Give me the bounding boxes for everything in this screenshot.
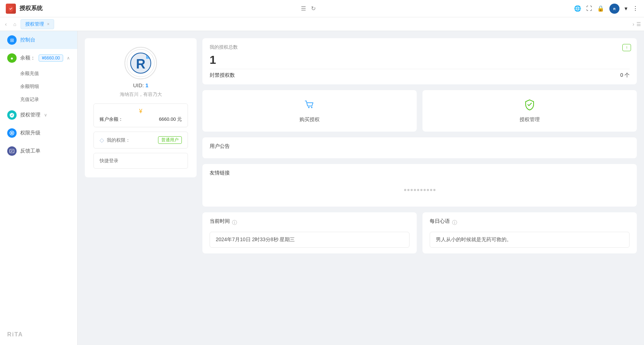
upload-button[interactable]: ↑ — [622, 44, 631, 51]
app-name: 授权系统 — [19, 5, 43, 12]
current-time-card: 当前时间 ⓘ 2024年7月10日 2时33分8秒 星期三 — [202, 212, 417, 253]
tab-forward-button[interactable]: › — [632, 21, 634, 27]
announcement-title: 用户公告 — [210, 143, 630, 150]
buy-auth-label: 购买授权 — [299, 116, 320, 123]
tab-menu-button[interactable]: ☰ — [636, 21, 641, 27]
uid-display: UID: 1 — [133, 82, 149, 88]
time-value: 2024年7月10日 2时33分8秒 星期三 — [210, 232, 409, 248]
profile-section: R UID: 1 海纳百川，有容乃大 ¥ 账户余额： — [85, 38, 197, 253]
more-icon[interactable]: ⋮ — [632, 5, 638, 12]
motto: 海纳百川，有容乃大 — [120, 91, 162, 98]
tab-bar-right: › ☰ — [632, 21, 641, 27]
submenu-history[interactable]: 充值记录 — [0, 93, 77, 106]
submenu-recharge[interactable]: 余额充值 — [0, 67, 77, 80]
svg-text:R: R — [136, 57, 145, 71]
auth-label: 授权管理 — [20, 112, 40, 118]
title-bar-left: 授权系统 — [6, 4, 43, 14]
feedback-label: 反馈工单 — [20, 148, 40, 154]
friends-title: 友情链接 — [210, 170, 630, 176]
stats-card: ↑ 我的授权总数 1 封禁授权数 0 个 — [202, 38, 637, 84]
sidebar-item-auth[interactable]: 授权管理 ∨ — [0, 106, 77, 124]
tab-back-button[interactable]: ‹ — [3, 20, 9, 28]
time-info-icon[interactable]: ⓘ — [232, 220, 237, 226]
menu-icon[interactable]: ☰ — [301, 5, 306, 12]
submenu-detail[interactable]: 余额明细 — [0, 80, 77, 93]
time-title-row: 当前时间 ⓘ — [210, 218, 409, 227]
two-col-layout: R UID: 1 海纳百川，有容乃大 ¥ 账户余额： — [85, 38, 637, 253]
tab-close-button[interactable]: × — [47, 22, 49, 27]
sidebar-item-console[interactable]: ⊞ 控制台 — [0, 31, 77, 49]
title-bar-center-icons: ☰ ↻ — [301, 5, 316, 12]
lock-icon[interactable]: 🔒 — [597, 5, 604, 12]
total-auth-label: 我的授权总数 — [210, 44, 630, 50]
permission-label: 我的权限： — [107, 137, 130, 143]
ban-label: 封禁授权数 — [210, 72, 235, 79]
uid-value: 1 — [145, 82, 148, 88]
balance-icon: ● — [7, 53, 17, 63]
svg-rect-4 — [10, 149, 14, 153]
yuan-icon: ¥ — [100, 108, 182, 115]
stats-footer: 封禁授权数 0 个 — [210, 72, 630, 79]
permission-left: ◇ 我的权限： — [100, 137, 130, 143]
sidebar-item-upgrade[interactable]: 权限升级 — [0, 124, 77, 142]
quick-login-label: 快捷登录 — [100, 158, 118, 163]
svg-text:R: R — [613, 7, 616, 11]
announcement-card: 用户公告 — [202, 137, 637, 158]
account-arrow-icon[interactable]: ▾ — [625, 5, 627, 12]
friends-card: 友情链接 — [202, 164, 637, 207]
bottom-row: 当前时间 ⓘ 2024年7月10日 2时33分8秒 星期三 每日心语 ⓘ 男人从… — [202, 212, 637, 253]
total-auth-value: 1 — [210, 53, 630, 67]
balance-row: 余额： ¥6660.00 — [20, 54, 63, 62]
daily-quote-card: 每日心语 ⓘ 男人从小的时候就是无药可救的。 — [422, 212, 637, 253]
quick-login-box: 快捷登录 — [93, 153, 188, 169]
account-label: 账户余额： — [100, 116, 123, 123]
profile-card: R UID: 1 海纳百川，有容乃大 ¥ 账户余额： — [85, 38, 197, 177]
account-balance-box: ¥ 账户余额： 6660.00 元 — [93, 103, 188, 127]
upgrade-icon — [7, 128, 17, 138]
action-row: 购买授权 授权管理 — [202, 90, 637, 132]
quote-info-icon[interactable]: ⓘ — [452, 220, 457, 226]
diamond-icon: ◇ — [100, 137, 104, 143]
globe-icon[interactable]: 🌐 — [574, 5, 581, 12]
manage-auth-label: 授权管理 — [520, 116, 540, 123]
manage-auth-card[interactable]: 授权管理 — [422, 90, 637, 132]
ban-value: 0 个 — [620, 72, 630, 79]
divider — [210, 69, 630, 69]
refresh-icon[interactable]: ↻ — [311, 5, 316, 12]
quote-title: 每日心语 — [430, 218, 450, 225]
balance-submenu: 余额充值 余额明细 充值记录 — [0, 67, 77, 106]
rita-label: RiTA — [0, 324, 77, 345]
avatar: R — [124, 47, 157, 79]
permission-box: ◇ 我的权限： 普通用户 — [93, 132, 188, 149]
permission-badge: 普通用户 — [158, 136, 182, 144]
balance-badge: ¥6660.00 — [39, 54, 63, 62]
tab-auth-management[interactable]: 授权管理 × — [21, 19, 54, 29]
svg-point-13 — [311, 107, 312, 108]
main-layout: ⊞ 控制台 ● 余额： ¥6660.00 ∧ 余额充值 余额明细 充值记录 授权… — [0, 31, 644, 345]
shield-check-icon — [524, 99, 535, 113]
rita-logo: R — [609, 4, 619, 14]
buy-auth-card[interactable]: 购买授权 — [202, 90, 417, 132]
quote-title-row: 每日心语 ⓘ — [430, 218, 630, 227]
console-icon: ⊞ — [7, 35, 17, 45]
tab-home-button[interactable]: ⌂ — [10, 20, 19, 28]
title-bar-right: 🌐 ⛶ 🔒 R ▾ ⋮ — [574, 4, 638, 14]
content-area: R UID: 1 海纳百川，有容乃大 ¥ 账户余额： — [78, 31, 644, 345]
sidebar-item-feedback[interactable]: 反馈工单 — [0, 142, 77, 160]
svg-point-12 — [308, 107, 310, 108]
auth-icon — [7, 110, 17, 120]
app-logo — [6, 4, 16, 14]
sidebar-item-balance[interactable]: ● 余额： ¥6660.00 ∧ — [0, 49, 77, 67]
quote-value: 男人从小的时候就是无药可救的。 — [430, 232, 630, 248]
svg-point-3 — [11, 132, 13, 134]
console-label: 控制台 — [20, 37, 35, 43]
expand-icon[interactable]: ⛶ — [586, 5, 592, 12]
auth-chevron: ∨ — [44, 112, 47, 118]
time-title: 当前时间 — [210, 218, 230, 225]
cart-icon — [304, 99, 315, 113]
feedback-icon — [7, 146, 17, 156]
tab-label: 授权管理 — [25, 21, 44, 27]
right-panel: ↑ 我的授权总数 1 封禁授权数 0 个 — [202, 38, 637, 253]
sidebar: ⊞ 控制台 ● 余额： ¥6660.00 ∧ 余额充值 余额明细 充值记录 授权… — [0, 31, 78, 345]
balance-chevron: ∧ — [67, 56, 70, 61]
